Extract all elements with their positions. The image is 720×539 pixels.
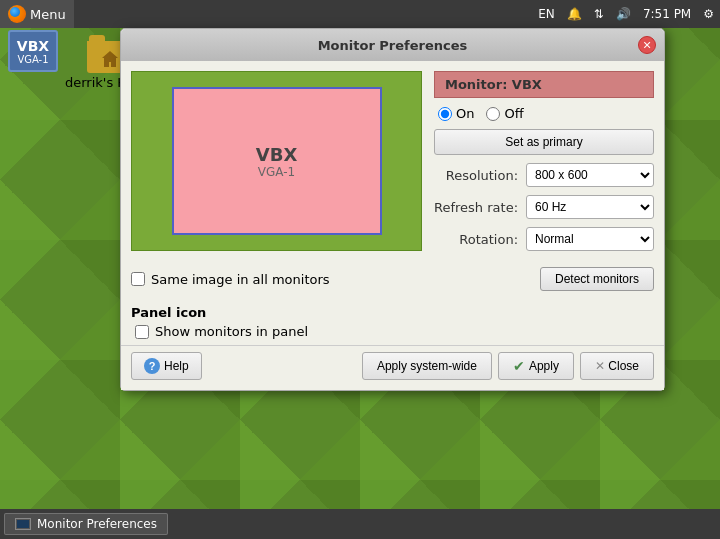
panel-right: EN 🔔 ⇅ 🔊 7:51 PM ⚙: [532, 0, 720, 28]
close-button[interactable]: ✕ Close: [580, 352, 654, 380]
same-image-label: Same image in all monitors: [151, 272, 330, 287]
bottom-taskbar: Monitor Preferences: [0, 509, 720, 539]
show-monitors-checkbox[interactable]: [135, 325, 149, 339]
apply-button[interactable]: ✔ Apply: [498, 352, 574, 380]
dialog-title: Monitor Preferences: [129, 38, 656, 53]
resolution-label: Resolution:: [434, 168, 518, 183]
on-off-row: On Off: [434, 106, 654, 121]
rotation-label: Rotation:: [434, 232, 518, 247]
dialog-body: VBX VGA-1 Monitor: VBX On: [121, 61, 664, 261]
set-primary-button[interactable]: Set as primary: [434, 129, 654, 155]
monitor-preview-area: VBX VGA-1: [131, 71, 422, 251]
taskbar-monitor-preferences[interactable]: Monitor Preferences: [4, 513, 168, 535]
apply-system-button[interactable]: Apply system-wide: [362, 352, 492, 380]
language-label: EN: [538, 7, 555, 21]
panel-icon-title: Panel icon: [131, 305, 654, 320]
detect-monitors-button[interactable]: Detect monitors: [540, 267, 654, 291]
vbx-taskbar-icon[interactable]: VBX VGA-1: [8, 30, 58, 72]
off-radio[interactable]: [486, 107, 500, 121]
help-label: Help: [164, 359, 189, 373]
top-panel: Menu EN 🔔 ⇅ 🔊 7:51 PM ⚙: [0, 0, 720, 28]
clock[interactable]: 7:51 PM: [637, 0, 697, 28]
monitor-preferences-dialog: Monitor Preferences ✕ VBX VGA-1 Monitor:…: [120, 28, 665, 391]
off-radio-label[interactable]: Off: [486, 106, 523, 121]
refresh-label: Refresh rate:: [434, 200, 518, 215]
network-icon[interactable]: ⇅: [588, 0, 610, 28]
same-image-row: Same image in all monitors Detect monito…: [131, 267, 654, 291]
monitor-name-bar: Monitor: VBX: [434, 71, 654, 98]
taskbar-item-label: Monitor Preferences: [37, 517, 157, 531]
vbx-label: VBX: [17, 38, 49, 54]
x-icon: ✕: [595, 359, 608, 373]
show-monitors-row: Show monitors in panel: [131, 324, 654, 339]
dialog-close-button[interactable]: ✕: [638, 36, 656, 54]
firefox-icon: [8, 5, 26, 23]
taskbar-monitor-icon: [15, 518, 31, 530]
monitor-preview-port: VGA-1: [258, 165, 295, 179]
monitor-name-label: Monitor: VBX: [445, 77, 542, 92]
monitor-preview-screen: VBX VGA-1: [172, 87, 382, 235]
help-icon: ?: [144, 358, 160, 374]
refresh-select[interactable]: 60 Hz 50 Hz 75 Hz: [526, 195, 654, 219]
action-buttons: Apply system-wide ✔ Apply ✕ Close: [362, 352, 654, 380]
taskbar-monitor-screen: [17, 520, 29, 528]
monitor-preview-name: VBX: [256, 144, 298, 165]
off-label: Off: [504, 106, 523, 121]
apply-label: Apply: [529, 359, 559, 373]
dialog-bottom: Same image in all monitors Detect monito…: [121, 261, 664, 301]
settings-grid: Resolution: 800 x 600 640 x 480 1024 x 7…: [434, 163, 654, 251]
on-radio[interactable]: [438, 107, 452, 121]
notification-icon[interactable]: 🔔: [561, 0, 588, 28]
on-label: On: [456, 106, 474, 121]
dialog-titlebar: Monitor Preferences ✕: [121, 29, 664, 61]
on-radio-label[interactable]: On: [438, 106, 474, 121]
check-icon: ✔: [513, 358, 525, 374]
menu-label: Menu: [30, 7, 66, 22]
desktop: Menu EN 🔔 ⇅ 🔊 7:51 PM ⚙ VBX: [0, 0, 720, 539]
language-indicator[interactable]: EN: [532, 0, 561, 28]
dialog-actions: ? Help Apply system-wide ✔ Apply ✕ Close: [121, 345, 664, 390]
help-button[interactable]: ? Help: [131, 352, 202, 380]
menu-button[interactable]: Menu: [0, 0, 74, 28]
home-icon: [100, 49, 120, 69]
resolution-select[interactable]: 800 x 600 640 x 480 1024 x 768 1280 x 10…: [526, 163, 654, 187]
close-label: Close: [608, 359, 639, 373]
settings-icon[interactable]: ⚙: [697, 0, 720, 28]
vbx-sub-label: VGA-1: [17, 54, 48, 65]
vbx-box: VBX VGA-1: [8, 30, 58, 72]
right-panel: Monitor: VBX On Off Set as primary: [434, 71, 654, 251]
rotation-select[interactable]: Normal Left Right Upside down: [526, 227, 654, 251]
show-monitors-label: Show monitors in panel: [155, 324, 308, 339]
volume-icon[interactable]: 🔊: [610, 0, 637, 28]
same-image-checkbox[interactable]: [131, 272, 145, 286]
time-label: 7:51 PM: [643, 7, 691, 21]
panel-icon-section: Panel icon Show monitors in panel: [121, 301, 664, 345]
